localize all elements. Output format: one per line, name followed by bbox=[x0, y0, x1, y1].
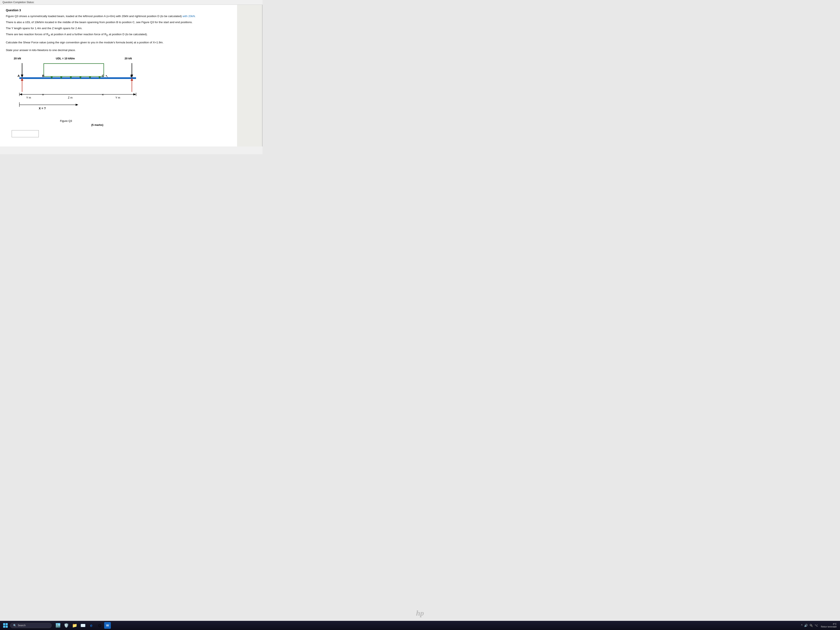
paragraph-4: There are two reaction forces of RA at p… bbox=[6, 32, 256, 37]
paragraph-1: Figure Q3 shows a symmetrically loaded b… bbox=[6, 14, 256, 19]
question-number: Question 3 bbox=[6, 8, 256, 12]
x-arrow-right bbox=[76, 104, 78, 106]
paragraph-2: There is also a UDL of 10kN/m located in… bbox=[6, 20, 256, 25]
answer-input[interactable] bbox=[12, 130, 39, 137]
beam-diagram-svg: A bbox=[8, 57, 150, 122]
dim-cross-C: ✕ bbox=[102, 93, 104, 96]
sub-a: A bbox=[48, 34, 50, 36]
x-equals-label: X = ? bbox=[39, 107, 46, 110]
arrow-head-A-down bbox=[21, 74, 23, 78]
label-B: B bbox=[42, 74, 44, 77]
marks-label: (5 marks) bbox=[91, 123, 103, 126]
diagram-area: 20 kN UDL = 10 kN/m 20 kN A bbox=[8, 57, 256, 126]
sub-d: D bbox=[106, 34, 108, 36]
dim-label-zm: Z m bbox=[68, 96, 73, 99]
question-completion-status: Question Completion Status: bbox=[0, 0, 262, 5]
label-A: A bbox=[17, 74, 20, 77]
beam-bar bbox=[19, 77, 136, 79]
paragraph-3: The Y length spans for 1.4m and the Z le… bbox=[6, 26, 256, 31]
dim-arrow-right-d bbox=[133, 93, 136, 95]
instruction-1: Calculate the Shear Force value (using t… bbox=[6, 40, 256, 45]
question-container: Question 3 Figure Q3 shows a symmetrical… bbox=[0, 5, 262, 147]
dim-cross-B: ✕ bbox=[42, 93, 44, 96]
dim-arrow-left-a bbox=[19, 93, 22, 95]
udl-box bbox=[44, 63, 104, 76]
label-C: C bbox=[102, 74, 104, 77]
highlight-text: with 20kN. bbox=[183, 14, 196, 18]
cursor-pointer: ↖ bbox=[106, 74, 108, 78]
dim-label-ym-left: Y m bbox=[26, 96, 31, 99]
instruction-2: State your answer in kilo-Newtons to one… bbox=[6, 48, 256, 53]
question-text: Figure Q3 shows a symmetrically loaded b… bbox=[6, 14, 256, 37]
dim-label-ym-right: Y m bbox=[115, 96, 120, 99]
